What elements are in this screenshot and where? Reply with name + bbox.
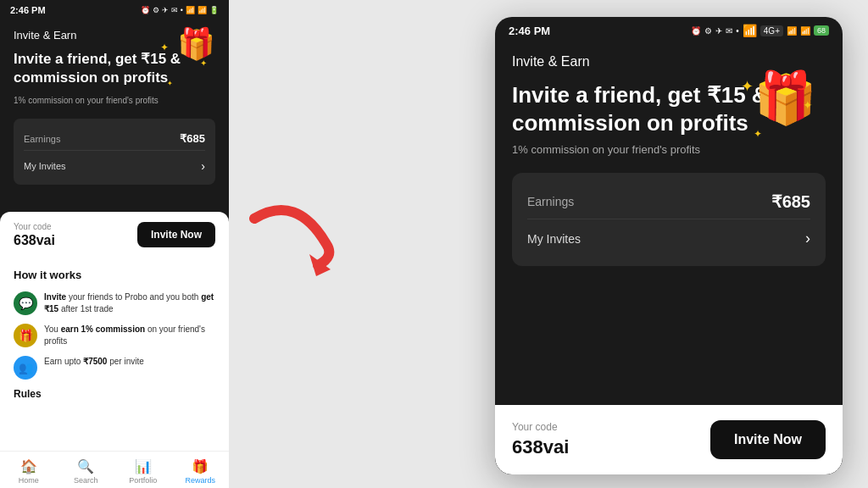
nav-rewards-small[interactable]: 🎁 Rewards — [172, 458, 230, 485]
left-main-content: Invite & Earn Invite a friend, get ₹15 &… — [0, 19, 229, 212]
code-value-main: 638vai — [512, 436, 569, 458]
invites-row-small[interactable]: My Invites › — [24, 156, 205, 176]
earnings-value-small: ₹685 — [180, 132, 205, 145]
gift-icon-small: 🎁 — [177, 25, 215, 64]
how-item-3: 👥 Earn upto ₹7500 per invite — [14, 356, 215, 380]
commission-icon-small: 🎁 — [14, 324, 37, 347]
how-it-works-small: How it works 💬 Invite your friends to Pr… — [0, 258, 229, 452]
whatsapp-icon-small: 💬 — [14, 291, 37, 315]
right-phone-panel: 2:46 PM ⏰ ⚙ ✈ ✉ • 📶 4G+ 📶 📶 68 Invite & … — [495, 17, 843, 474]
status-bar-small: 2:46 PM ⏰ ⚙ ✈ ✉ • 📶 📶 🔋 — [0, 0, 229, 19]
how-text-3: Earn upto ₹7500 per invite — [44, 356, 144, 368]
star-small-3: ✦ — [167, 80, 173, 87]
star-main-1: ✦ — [741, 77, 754, 96]
code-label-small: Your code — [14, 222, 55, 231]
main-headline-container: Invite a friend, get ₹15 & commission on… — [512, 81, 826, 136]
earnings-row-main: Earnings ₹685 — [527, 185, 810, 219]
chevron-right-main: › — [805, 230, 810, 247]
status-bar-main: 2:46 PM ⏰ ⚙ ✈ ✉ • 📶 4G+ 📶 📶 68 — [495, 17, 843, 41]
earnings-label-main: Earnings — [527, 195, 574, 208]
portfolio-icon-small: 📊 — [135, 458, 152, 474]
left-headline-container: Invite a friend, get ₹15 & commission on… — [14, 50, 215, 87]
star-small-1: ✦ — [160, 42, 169, 53]
nav-home-small[interactable]: 🏠 Home — [0, 458, 58, 485]
invites-label-small: My Invites — [24, 161, 66, 171]
code-label-main: Your code — [512, 421, 569, 433]
status-icons-main: ⏰ ⚙ ✈ ✉ • 📶 4G+ 📶 📶 68 — [691, 24, 829, 37]
earnings-box-small: Earnings ₹685 My Invites › — [14, 119, 215, 185]
code-value-small: 638vai — [14, 233, 55, 248]
left-headline: Invite a friend, get ₹15 & commission on… — [14, 50, 215, 87]
home-icon-small: 🏠 — [20, 458, 37, 474]
code-section-main: Your code 638vai Invite Now — [495, 405, 843, 474]
bottom-nav-small: 🏠 Home 🔍 Search 📊 Portfolio 🎁 Rewards — [0, 451, 229, 488]
how-text-1: Invite your friends to Probo and you bot… — [44, 291, 215, 315]
code-info-main: Your code 638vai — [512, 421, 569, 458]
left-phone-panel: 2:46 PM ⏰ ⚙ ✈ ✉ • 📶 📶 🔋 Invite & Earn In… — [0, 0, 229, 488]
invites-row-main[interactable]: My Invites › — [527, 223, 810, 254]
main-content: Invite & Earn Invite a friend, get ₹15 &… — [495, 41, 843, 280]
code-info-small: Your code 638vai — [14, 222, 55, 248]
nav-portfolio-small[interactable]: 📊 Portfolio — [114, 458, 172, 485]
how-item-2: 🎁 You earn 1% commission on your friend'… — [14, 324, 215, 347]
star-main-3: ✦ — [754, 128, 762, 140]
status-icons-small: ⏰ ⚙ ✈ ✉ • 📶 📶 🔋 — [141, 6, 219, 14]
how-title-small: How it works — [14, 269, 215, 281]
left-subtext: 1% commission on your friend's profits — [14, 96, 215, 105]
red-arrow-icon — [242, 202, 352, 286]
main-title: Invite & Earn — [512, 54, 826, 69]
nav-search-small[interactable]: 🔍 Search — [58, 458, 115, 485]
earnings-value-main: ₹685 — [771, 191, 810, 212]
main-subtext: 1% commission on your friend's profits — [512, 143, 826, 156]
code-bar-small: Your code 638vai Invite Now — [0, 212, 229, 258]
status-time-main: 2:46 PM — [509, 25, 550, 37]
chevron-right-small: › — [201, 159, 205, 173]
invite-now-button-main[interactable]: Invite Now — [710, 420, 826, 459]
status-time-small: 2:46 PM — [10, 5, 46, 15]
rewards-icon-small: 🎁 — [192, 458, 209, 474]
star-small-2: ✦ — [200, 58, 207, 68]
people-icon-small: 👥 — [14, 356, 37, 380]
star-main-2: ✦ — [803, 98, 813, 112]
invites-label-main: My Invites — [527, 232, 581, 246]
earnings-label-small: Earnings — [24, 134, 60, 144]
arrow-container — [229, 193, 364, 295]
earnings-row-small: Earnings ₹685 — [24, 127, 205, 151]
rules-label-small: Rules — [14, 388, 215, 400]
earnings-box-main: Earnings ₹685 My Invites › — [512, 173, 826, 266]
invite-now-button-small[interactable]: Invite Now — [137, 222, 215, 247]
search-icon-small: 🔍 — [77, 458, 94, 474]
how-text-2: You earn 1% commission on your friend's … — [44, 324, 215, 347]
how-item-1: 💬 Invite your friends to Probo and you b… — [14, 291, 215, 315]
